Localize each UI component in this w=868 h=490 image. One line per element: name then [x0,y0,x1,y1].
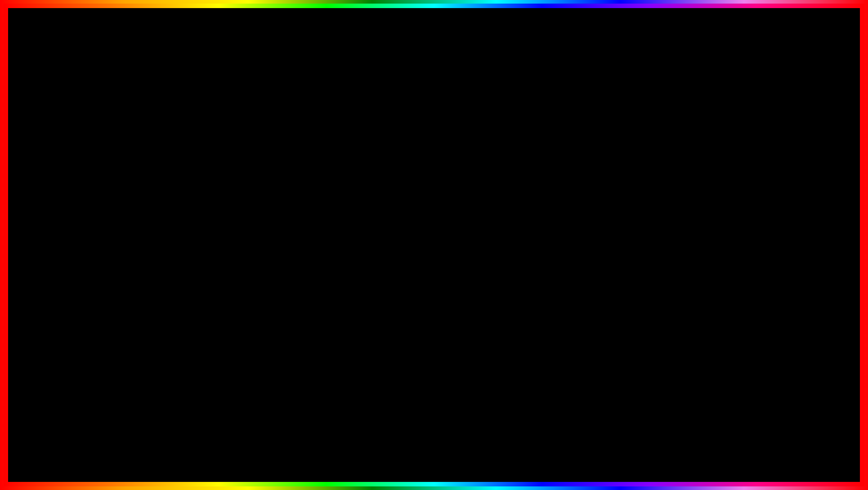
fts-icon-right: ▶ FTS X HUB [400,146,435,153]
left-user-row: 👤 XxArSendxX [54,159,106,174]
right-panel-header: ▶ FTS X HUB Blox Fruit UPD 18 [Time] : 0… [395,143,608,156]
fts-icon-left: ▶ FTS X HUB [54,146,89,153]
left-time2: Hr(s) : 0 Min(s) : 2 Sec(s) : 35 [117,164,188,169]
feature-name-start-auto-farm: Start Auto Farm [449,197,596,203]
monster-select-row: Select Monster : -- Select -- Monster A … [437,223,603,233]
left-game-title: Blox Fruit UPD 18 [108,147,151,153]
feature-name-auto-start: Auto Start Dungeon [103,222,250,228]
dungeon-select-row: Select Dungeon : Bird: Phoenix Magma Ice [90,192,257,202]
left-panel-content: Use in Dungeon Only! Select Dungeon : Bi… [85,177,262,266]
feature-divider-r1: | [444,197,445,204]
feature-name-auto-next: Auto Next Island [103,235,250,241]
left-panel-body: Stats Player Teleport Dungeon Fruit+Esp … [49,177,262,266]
sidebar-btn-teleport[interactable]: Teleport [49,204,85,215]
left-sidebar: Stats Player Teleport Dungeon Fruit+Esp … [49,177,85,266]
logo-skull-icon: 💀 [783,406,799,421]
left-fps: [FPS] : 19 [232,147,258,153]
left-time: [Time] : 08:37:21 [170,147,213,153]
left-section-label: Use in Dungeon Only! [90,183,257,188]
right-time2: Hr(s) : 0 Min(s) : 2 Sec(s) : 8 [465,164,533,169]
sidebar-btn-stats[interactable]: Stats [49,180,85,192]
left-username: XxArSendxX [71,163,106,170]
sidebar-btn-player[interactable]: Player [49,192,85,204]
mode-select-dropdown[interactable]: Auto Manual [549,180,603,190]
sidebar-btn-dungeon[interactable]: Dungeon [49,215,85,227]
feature-row-auto-start: ▶ | Auto Start Dungeon [90,218,257,232]
other-divider: Other [437,210,603,220]
right-hub-logo: ▶ FTS X HUB [400,146,435,153]
feature-row-start-auto-farm: ▶ | Start Auto Farm [437,194,603,207]
blox-fruits-logo: 💀 BL●X FRUITS [738,400,843,474]
sidebar-btn-stats-r[interactable]: Stats [395,227,431,239]
feature-divider-3: | [98,235,99,241]
checkbox-auto-next[interactable] [250,234,257,241]
checkbox-start-auto-farm[interactable] [596,196,603,204]
sidebar-btn-shop[interactable]: Shop [49,239,85,250]
bottom-pastebin-text: PASTEBIN [542,428,699,464]
left-ping: [Ping] : 82.8596 (15%CV) [200,164,258,169]
right-username: XxArSendxX [417,163,452,170]
feature-icon-4: ▶ [90,248,95,254]
right-avatar: 👤 [400,159,414,174]
checkbox-kill-aura[interactable] [250,247,257,254]
checkbox-farm-selected[interactable] [596,240,603,247]
sidebar-btn-fruitesp[interactable]: Fruit+Esp [49,227,85,239]
mode-select-label: Select Mode Farm : [437,182,484,188]
feature-row-kill-aura: ▶ | Kill Aura [90,245,257,258]
mode-select-row: Select Mode Farm : Auto Manual [437,180,603,190]
left-panel: ▶ FTS X HUB Blox Fruit UPD 18 [Time] : 0… [48,142,264,267]
logo-blox-text: BL●X [760,421,821,444]
right-fps: [FPS] : 42 [578,147,604,153]
feature-divider-1: | [98,209,99,215]
right-ping: [Ping] : 75.3956 (20%CV) [546,164,604,169]
sidebar-btn-misc[interactable]: Misc [49,250,85,262]
feature-name-auto-buy-chip: Auto Buy Chip Dungeon [103,209,250,215]
monster-select-label: Select Monster : [437,225,476,232]
right-panel-header2: 👤 XxArSendxX Hr(s) : 0 Min(s) : 2 Sec(s)… [395,156,608,177]
left-panel-header: ▶ FTS X HUB Blox Fruit UPD 18 [Time] : 0… [49,143,262,156]
right-sidebar: Main Settings Weapons Race V4 Stats Play… [395,177,431,266]
feature-divider-2: | [98,222,99,228]
sidebar-btn-main[interactable]: Main [395,180,431,192]
checkbox-auto-buy-chip[interactable] [250,208,257,215]
left-hub-logo: ▶ FTS X HUB [54,146,89,153]
sidebar-btn-player-r[interactable]: Player [395,239,431,250]
sidebar-btn-settings[interactable]: Settings [395,192,431,204]
feature-name-kill-aura: Kill Aura [103,248,250,254]
feature-row-farm-selected: ▶ | Farm Selected Monster [437,237,603,250]
left-avatar: 👤 [54,159,68,174]
feature-name-farm-selected: Farm Selected Monster [449,240,596,246]
feature-icon-2: ▶ [90,222,95,228]
main-title: BLOX FRUITS [229,16,639,84]
right-panel: ▶ FTS X HUB Blox Fruit UPD 18 [Time] : 0… [394,142,610,267]
feature-row-auto-next: ▶ | Auto Next Island [90,232,257,245]
right-time: [Time] : 08:36:54 [517,147,559,153]
monster-select-dropdown[interactable]: -- Select -- Monster A Monster B [549,223,603,233]
background-scene: BLOX FRUITS ▶ FTS X HUB Blox Fruit UPD 1… [7,7,861,483]
bottom-script-text: SCRIPT [418,428,533,464]
feature-row-auto-buy-chip: ▶ | Auto Buy Chip Dungeon [90,205,257,218]
right-game-title: Blox Fruit UPD 18 [454,147,497,153]
feature-divider-r2: | [444,240,445,247]
bottom-title-container: AUTO FARM SCRIPT PASTEBIN [169,423,699,469]
sidebar-btn-teleport-r[interactable]: Teleport [395,250,431,262]
checkbox-auto-start[interactable] [250,221,257,228]
feature-icon-1: ▶ [90,209,95,215]
bottom-auto-farm-text: AUTO FARM [169,423,409,469]
sidebar-btn-racev4[interactable]: Race V4 [395,215,431,227]
right-user-row: 👤 XxArSendxX [400,159,452,174]
dungeon-select-label: Select Dungeon : [90,194,132,200]
left-panel-header2: 👤 XxArSendxX Hr(s) : 0 Min(s) : 2 Sec(s)… [49,156,262,177]
logo-fruits-text: FRUITS [748,444,833,468]
feature-icon-r1: ▶ [437,197,441,204]
feature-icon-3: ▶ [90,235,95,241]
right-panel-body: Main Settings Weapons Race V4 Stats Play… [395,177,608,266]
dungeon-select-dropdown[interactable]: Bird: Phoenix Magma Ice [203,192,257,202]
sidebar-btn-weapons[interactable]: Weapons [395,204,431,215]
feature-divider-4: | [98,248,99,254]
right-panel-content: Select Mode Farm : Auto Manual ▶ | Start… [431,177,608,266]
feature-icon-r2: ▶ [437,240,441,247]
